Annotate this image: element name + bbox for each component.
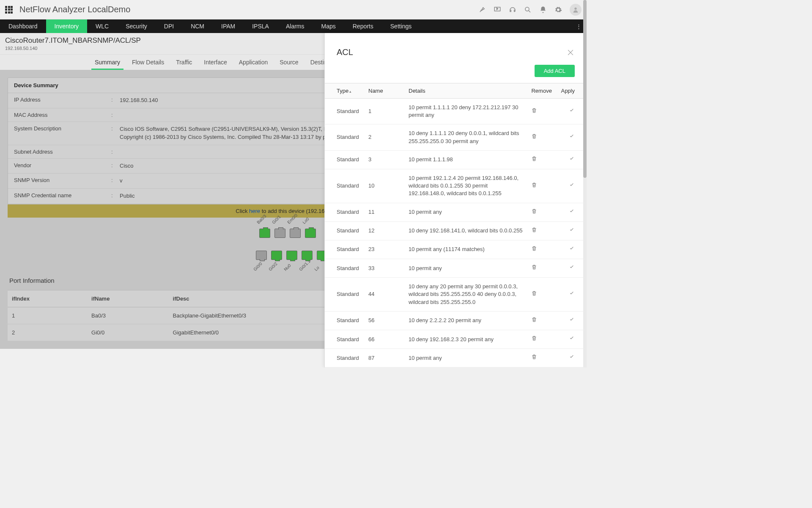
trash-icon[interactable] <box>531 246 537 254</box>
port-col[interactable]: ifName <box>87 290 168 307</box>
tab-application[interactable]: Application <box>233 55 274 70</box>
check-icon[interactable] <box>569 208 575 216</box>
nav-maps[interactable]: Maps <box>313 19 344 33</box>
acl-col-remove[interactable]: Remove <box>528 83 557 99</box>
nav-security[interactable]: Security <box>117 19 156 33</box>
acl-col-apply[interactable]: Apply <box>557 83 587 99</box>
check-icon[interactable] <box>569 317 575 325</box>
trash-icon[interactable] <box>531 264 537 272</box>
svg-point-1 <box>525 7 529 11</box>
nav-ipam[interactable]: IPAM <box>213 19 244 33</box>
rocket-icon[interactable] <box>478 6 486 14</box>
search-icon[interactable] <box>524 6 532 14</box>
acl-row: Standard6610 deny 192.168.2.3 20 permit … <box>325 330 587 349</box>
port-col[interactable]: ifIndex <box>8 290 87 307</box>
bell-icon[interactable] <box>539 6 547 14</box>
check-icon[interactable] <box>569 246 575 254</box>
tab-summary[interactable]: Summary <box>89 55 126 70</box>
port-label: Nu0 <box>283 263 292 272</box>
acl-row: Standard110 permit 1.1.1.1 20 deny 172.2… <box>325 99 587 124</box>
acl-row: Standard1010 permit 192.1.2.4 20 permit … <box>325 169 587 203</box>
nav-ncm[interactable]: NCM <box>182 19 213 33</box>
trash-icon[interactable] <box>531 317 537 325</box>
acl-row: Standard1110 permit any <box>325 203 587 221</box>
port-label: Lo0 <box>302 216 310 225</box>
trash-icon[interactable] <box>531 108 537 116</box>
check-icon[interactable] <box>569 133 575 141</box>
tab-flow-details[interactable]: Flow Details <box>126 55 170 70</box>
svg-point-2 <box>574 7 576 9</box>
acl-col-details[interactable]: Details <box>405 83 528 99</box>
acl-row: Standard310 permit 1.1.1.98 <box>325 150 587 169</box>
top-right-icons <box>478 4 582 16</box>
check-icon[interactable] <box>569 354 575 362</box>
top-bar: NetFlow Analyzer LocalDemo <box>0 0 587 19</box>
acl-row: Standard210 deny 1.1.1.1 20 deny 0.0.0.1… <box>325 124 587 150</box>
acl-row: Standard1210 deny 192.168.141.0, wildcar… <box>325 221 587 240</box>
gear-icon[interactable] <box>554 6 562 14</box>
trash-icon[interactable] <box>531 290 537 298</box>
tab-source[interactable]: Source <box>274 55 304 70</box>
acl-row: Standard3310 permit any <box>325 259 587 278</box>
port-label: Gi0/2 <box>268 261 278 272</box>
check-icon[interactable] <box>569 290 575 298</box>
nav-dashboard[interactable]: Dashboard <box>0 19 46 33</box>
port-Gi0/1.1[interactable] <box>302 251 313 260</box>
port-Gi0/1[interactable] <box>274 229 285 238</box>
nav-alarms[interactable]: Alarms <box>277 19 313 33</box>
nav-inventory[interactable]: Inventory <box>46 19 88 33</box>
nav-settings[interactable]: Settings <box>382 19 420 33</box>
page-scrollbar[interactable] <box>583 0 587 367</box>
acl-panel: ACL Add ACL Type▴ Name Details Remove Ap… <box>324 33 587 367</box>
check-icon[interactable] <box>569 227 575 235</box>
port-Gi0/2[interactable] <box>271 251 282 260</box>
port-Em0/0[interactable] <box>290 229 301 238</box>
add-device-link[interactable]: here <box>249 208 260 214</box>
acl-table: Type▴ Name Details Remove Apply Standard… <box>325 83 587 367</box>
presentation-icon[interactable] <box>494 6 501 14</box>
check-icon[interactable] <box>569 182 575 190</box>
trash-icon[interactable] <box>531 182 537 190</box>
acl-row: Standard5610 deny 2.2.2.2 20 permit any <box>325 311 587 330</box>
main-nav: Dashboard Inventory WLC Security DPI NCM… <box>0 19 587 33</box>
nav-reports[interactable]: Reports <box>344 19 382 33</box>
acl-row: Standard8710 permit any <box>325 349 587 367</box>
nav-ipsla[interactable]: IPSLA <box>244 19 277 33</box>
port-label: Lo <box>313 265 320 272</box>
add-acl-button[interactable]: Add ACL <box>535 65 575 77</box>
port-label: Gi0/0 <box>252 261 263 272</box>
check-icon[interactable] <box>569 108 575 116</box>
headset-icon[interactable] <box>509 6 516 14</box>
close-icon[interactable] <box>566 48 575 57</box>
port-Ba0/3[interactable] <box>259 229 270 238</box>
tab-traffic[interactable]: Traffic <box>170 55 198 70</box>
trash-icon[interactable] <box>531 156 537 164</box>
check-icon[interactable] <box>569 335 575 343</box>
acl-col-type[interactable]: Type▴ <box>325 83 365 99</box>
trash-icon[interactable] <box>531 335 537 343</box>
trash-icon[interactable] <box>531 208 537 216</box>
check-icon[interactable] <box>569 156 575 164</box>
scrollbar-thumb[interactable] <box>583 0 587 178</box>
port-Lo0[interactable] <box>305 229 316 238</box>
nav-dpi[interactable]: DPI <box>156 19 182 33</box>
app-title: NetFlow Analyzer LocalDemo <box>19 5 130 14</box>
port-Gi0/0[interactable] <box>256 251 267 260</box>
port-Nu0[interactable] <box>286 251 297 260</box>
tab-interface[interactable]: Interface <box>198 55 233 70</box>
acl-row: Standard2310 permit any (11174 matches) <box>325 240 587 259</box>
trash-icon[interactable] <box>531 354 537 362</box>
trash-icon[interactable] <box>531 227 537 235</box>
apps-grid-icon[interactable] <box>5 6 13 14</box>
acl-table-wrap[interactable]: Type▴ Name Details Remove Apply Standard… <box>325 83 587 367</box>
acl-col-name[interactable]: Name <box>365 83 405 99</box>
check-icon[interactable] <box>569 264 575 272</box>
trash-icon[interactable] <box>531 133 537 141</box>
user-avatar[interactable] <box>570 4 582 16</box>
acl-title: ACL <box>337 47 353 57</box>
nav-wlc[interactable]: WLC <box>87 19 117 33</box>
acl-row: Standard4410 deny any 20 permit any 30 p… <box>325 278 587 312</box>
